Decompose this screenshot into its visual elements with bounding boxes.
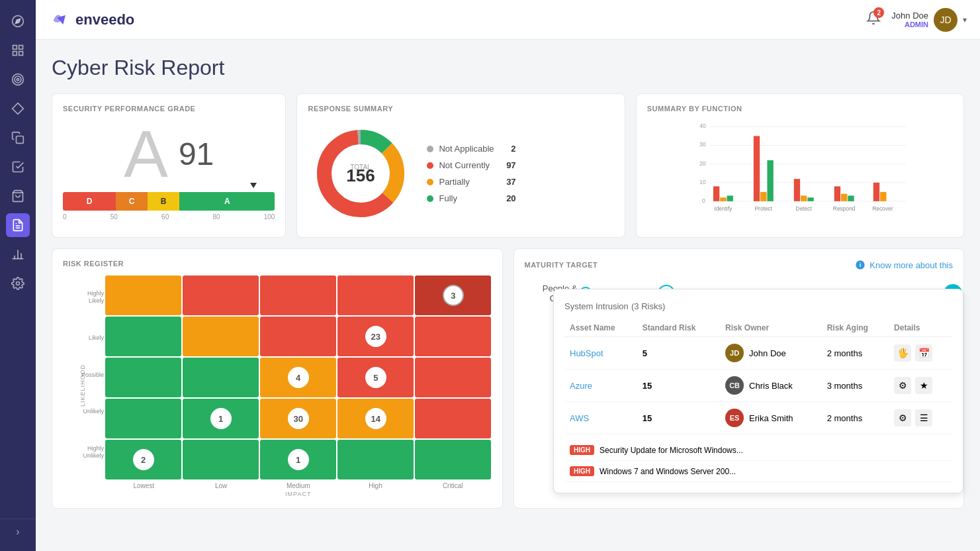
risk-cell-0-3[interactable]: [337, 276, 414, 315]
svg-text:Recover: Recover: [872, 205, 893, 212]
top-cards-row: SECURITY PERFORMANCE GRADE A 91 D C B: [52, 93, 964, 238]
col-risk: Standard Risk: [637, 319, 720, 337]
sidebar-item-bag[interactable]: [6, 184, 30, 208]
risk-cell-2-2[interactable]: 4: [260, 358, 336, 397]
risk-cell-4-0[interactable]: 2: [105, 440, 181, 479]
sidebar-item-report[interactable]: [6, 213, 30, 237]
col-owner: Risk Owner: [720, 319, 822, 337]
x-label-lowest: Lowest: [105, 482, 183, 489]
risk-cell-0-4[interactable]: 3: [415, 276, 491, 315]
owner-name: Erika Smith: [749, 413, 793, 423]
update-text-1: Security Update for Microsoft Windows...: [600, 446, 743, 455]
svg-rect-39: [754, 136, 760, 201]
risk-cell-2-1[interactable]: [183, 358, 259, 397]
topnav-right: 2 John Doe ADMIN JD ▾: [866, 8, 967, 32]
risk-cell-4-2[interactable]: 1: [260, 440, 336, 479]
risk-cell-3-4[interactable]: [415, 399, 491, 438]
details-cell: ⚙☰: [889, 402, 952, 434]
svg-text:20: 20: [699, 160, 706, 167]
svg-rect-49: [880, 192, 886, 201]
owner-cell: JDJohn Doe: [720, 337, 822, 370]
risk-value: 15: [637, 370, 720, 402]
legend-label-nc: Not Currently: [439, 160, 494, 170]
svg-rect-3: [19, 46, 23, 50]
sidebar-item-target[interactable]: [6, 68, 30, 91]
y-label-p: Possible: [72, 372, 104, 379]
sidebar-item-checklist[interactable]: [6, 155, 30, 179]
action-icon-2[interactable]: ☰: [915, 409, 932, 426]
sidebar-item-dashboard[interactable]: [6, 38, 30, 62]
sidebar-expand-button[interactable]: ›: [0, 519, 36, 544]
legend-item-fully: Fully 20: [427, 193, 515, 203]
risk-grid[interactable]: 323451301421: [105, 276, 492, 479]
risk-value: 15: [637, 402, 720, 434]
intrusion-title: System Intrusion (3 Risks): [564, 300, 952, 311]
risk-cell-2-0[interactable]: [105, 358, 181, 397]
svg-rect-5: [19, 52, 23, 56]
risk-cell-1-2[interactable]: [260, 317, 336, 356]
grade-number: 91: [179, 136, 214, 172]
action-icon-1[interactable]: ⚙: [894, 409, 911, 426]
action-icon-1[interactable]: 🖐: [894, 344, 911, 362]
legend-value-nc: 97: [500, 160, 516, 170]
maturity-card: MATURITY TARGET i Know more about this P…: [513, 248, 965, 509]
svg-rect-41: [767, 160, 773, 201]
risk-cell-0-1[interactable]: [183, 276, 259, 315]
risk-cell-0-0[interactable]: [105, 276, 181, 315]
response-summary-title: RESPONSE SUMMARY: [308, 105, 613, 113]
svg-text:10: 10: [699, 179, 706, 185]
app-logo: enveedo: [49, 9, 134, 30]
risk-cell-0-2[interactable]: [260, 276, 336, 315]
intrusion-popup: System Intrusion (3 Risks) Asset Name St…: [553, 289, 963, 493]
owner-cell: CBChris Black: [720, 370, 822, 402]
svg-rect-45: [834, 186, 840, 201]
col-aging: Risk Aging: [822, 319, 889, 337]
risk-cell-3-2[interactable]: 30: [260, 399, 336, 438]
svg-rect-10: [17, 136, 24, 144]
sidebar-item-diamond[interactable]: [6, 97, 30, 121]
summary-by-function-title: SUMMARY BY FUNCTION: [647, 105, 953, 113]
bottom-row: RISK REGISTER LIKELIHOOD HighlyLikely Li…: [52, 248, 964, 509]
risk-cell-1-0[interactable]: [105, 317, 181, 356]
sidebar-item-analytics[interactable]: [6, 242, 30, 266]
asset-link[interactable]: HubSpot: [570, 348, 603, 358]
user-menu[interactable]: John Doe ADMIN JD ▾: [891, 8, 967, 32]
risk-cell-1-1[interactable]: [183, 317, 259, 356]
risk-cell-2-3[interactable]: 5: [337, 358, 414, 397]
svg-rect-36: [713, 186, 719, 201]
notification-button[interactable]: 2: [866, 11, 881, 28]
x-label-high: High: [337, 482, 414, 489]
risk-cell-3-1[interactable]: 1: [183, 399, 259, 438]
risk-cell-1-4[interactable]: [415, 317, 491, 356]
risk-cell-4-4[interactable]: [415, 440, 491, 479]
owner-name: Chris Black: [749, 381, 793, 391]
update-text-2: Windows 7 and Windows Server 200...: [600, 467, 736, 476]
asset-link[interactable]: AWS: [570, 413, 589, 423]
grade-labels: 0 50 60 80 100: [63, 213, 275, 221]
grade-segment-b: B: [148, 192, 179, 211]
grade-bar-container: D C B A 0 50 60 80 100: [63, 192, 275, 221]
sidebar-item-copy[interactable]: [6, 126, 30, 150]
update-badge-1: HIGH: [570, 445, 594, 455]
action-icon-1[interactable]: ⚙: [894, 377, 911, 394]
risk-cell-1-3[interactable]: 23: [337, 317, 414, 356]
risk-cell-3-0[interactable]: [105, 399, 181, 438]
risk-cell-3-3[interactable]: 14: [337, 399, 414, 438]
svg-rect-47: [848, 195, 854, 201]
legend-value-na: 2: [500, 144, 516, 154]
legend-item-partial: Partially 37: [427, 177, 515, 187]
col-asset: Asset Name: [564, 319, 637, 337]
sidebar-item-settings[interactable]: [6, 272, 30, 295]
maturity-title: MATURITY TARGET: [525, 261, 598, 269]
svg-point-8: [17, 78, 19, 80]
action-icon-2[interactable]: ★: [915, 377, 932, 394]
avatar: JD: [934, 8, 958, 32]
asset-link[interactable]: Azure: [570, 381, 592, 391]
risk-cell-2-4[interactable]: [415, 358, 491, 397]
risk-cell-4-3[interactable]: [337, 440, 414, 479]
maturity-link[interactable]: i Know more about this: [855, 260, 953, 270]
risk-cell-4-1[interactable]: [183, 440, 259, 479]
action-icon-2[interactable]: 📅: [915, 344, 932, 362]
sidebar-item-compass[interactable]: [6, 9, 30, 33]
update-item-2: HIGH Windows 7 and Windows Server 200...: [564, 461, 952, 482]
